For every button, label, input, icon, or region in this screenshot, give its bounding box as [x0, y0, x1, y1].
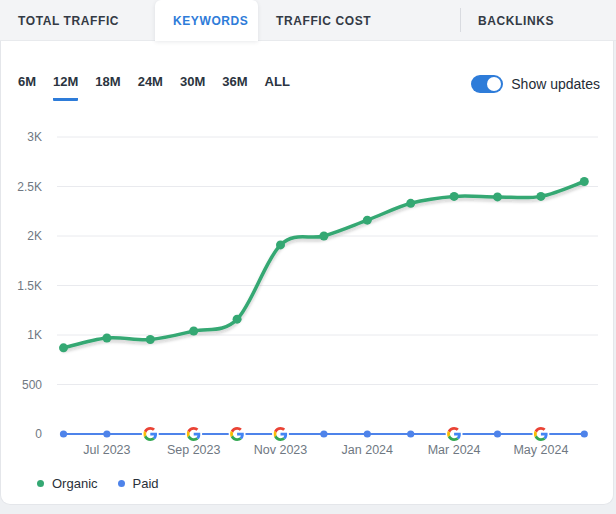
y-axis-tick-label: 1.5K — [17, 279, 42, 293]
legend-label: Organic — [52, 476, 98, 491]
x-axis-tick-label: Jan 2024 — [342, 443, 393, 457]
legend-item-paid[interactable]: Paid — [118, 476, 159, 491]
organic-trend-line — [64, 182, 585, 348]
tab-keywords[interactable]: KEYWORDS — [155, 0, 258, 41]
y-axis-tick-label: 500 — [22, 378, 42, 392]
paid-legend-dot-icon — [118, 480, 125, 487]
range-18m[interactable]: 18M — [95, 74, 120, 101]
x-axis-tick-label: Jul 2023 — [83, 443, 130, 457]
paid-data-point[interactable] — [364, 430, 371, 437]
organic-data-point[interactable] — [233, 315, 242, 324]
paid-data-point[interactable] — [494, 430, 501, 437]
range-30m[interactable]: 30M — [180, 74, 205, 101]
paid-data-point[interactable] — [60, 430, 67, 437]
organic-data-point[interactable] — [580, 177, 589, 186]
chart-legend: OrganicPaid — [37, 476, 159, 491]
y-axis-tick-label: 2K — [27, 229, 42, 243]
organic-data-point[interactable] — [59, 343, 68, 352]
legend-label: Paid — [133, 476, 159, 491]
x-axis-tick-label: Mar 2024 — [428, 443, 481, 457]
tab-backlinks[interactable]: BACKLINKS — [460, 0, 616, 41]
range-12m[interactable]: 12M — [53, 74, 78, 101]
range-6m[interactable]: 6M — [18, 74, 36, 101]
x-axis-tick-label: Nov 2023 — [254, 443, 308, 457]
paid-data-point[interactable] — [103, 430, 110, 437]
x-axis-tick-label: May 2024 — [513, 443, 568, 457]
range-24m[interactable]: 24M — [138, 74, 163, 101]
y-axis-tick-label: 0 — [35, 427, 42, 441]
organic-legend-dot-icon — [37, 480, 44, 487]
time-range-selector: 6M12M18M24M30M36MALL — [18, 74, 290, 101]
organic-data-point[interactable] — [102, 333, 111, 342]
organic-data-point[interactable] — [146, 335, 155, 344]
paid-data-point[interactable] — [320, 430, 327, 437]
tab-traffic-cost[interactable]: TRAFFIC COST — [258, 0, 460, 41]
keywords-trend-chart: 05001K1.5K2K2.5K3KJul 2023Sep 2023Nov 20… — [0, 110, 616, 470]
show-updates-toggle[interactable] — [471, 75, 503, 93]
y-axis-tick-label: 2.5K — [17, 180, 42, 194]
paid-data-point[interactable] — [407, 430, 414, 437]
organic-data-point[interactable] — [493, 192, 502, 201]
range-36m[interactable]: 36M — [222, 74, 247, 101]
paid-data-point[interactable] — [581, 430, 588, 437]
organic-data-point[interactable] — [276, 240, 285, 249]
tab-bar: TOTAL TRAFFICKEYWORDSTRAFFIC COSTBACKLIN… — [0, 0, 616, 41]
organic-data-point[interactable] — [189, 327, 198, 336]
organic-data-point[interactable] — [450, 192, 459, 201]
x-axis-tick-label: Sep 2023 — [167, 443, 221, 457]
organic-data-point[interactable] — [363, 216, 372, 225]
tab-total-traffic[interactable]: TOTAL TRAFFIC — [0, 0, 155, 41]
y-axis-tick-label: 3K — [27, 130, 42, 144]
show-updates-label: Show updates — [511, 76, 600, 92]
toggle-knob — [487, 77, 501, 91]
organic-data-point[interactable] — [536, 192, 545, 201]
organic-data-point[interactable] — [406, 199, 415, 208]
legend-item-organic[interactable]: Organic — [37, 476, 98, 491]
y-axis-tick-label: 1K — [27, 328, 42, 342]
organic-data-point[interactable] — [319, 232, 328, 241]
range-all[interactable]: ALL — [265, 74, 290, 101]
show-updates-control: Show updates — [471, 75, 600, 93]
